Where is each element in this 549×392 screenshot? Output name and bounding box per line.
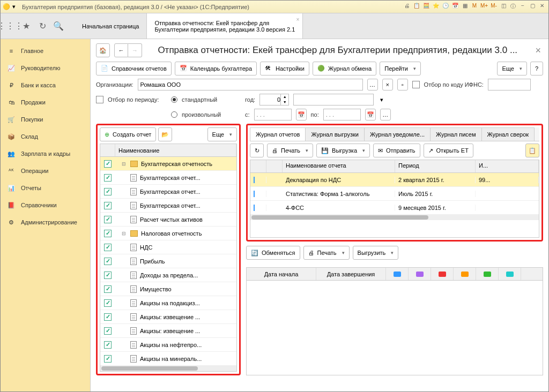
date-from-input[interactable] — [254, 109, 292, 120]
org-extra-button[interactable]: ▫ — [397, 79, 408, 91]
calc-icon[interactable]: 🧮 — [422, 3, 431, 11]
year-input[interactable] — [259, 94, 281, 105]
year-spinner[interactable]: ▲▼ — [259, 94, 289, 105]
checkbox-icon[interactable]: ✓ — [104, 244, 112, 251]
ifns-checkbox[interactable] — [412, 81, 420, 88]
tree-row[interactable]: ✓ ⊟ Налоговая отчетность — [100, 227, 236, 240]
checkbox-icon[interactable]: ✓ — [104, 174, 112, 182]
sidebar-item-bank[interactable]: ₽Банк и касса — [1, 77, 90, 94]
tree-row[interactable]: ✓ Бухгалтерская отчет... — [100, 185, 236, 199]
checkbox-icon[interactable]: ✓ — [104, 230, 112, 237]
close-icon[interactable]: ✕ — [538, 3, 546, 11]
cal-icon[interactable]: 📅 — [451, 3, 459, 11]
m-plus-icon[interactable]: M+ — [480, 3, 488, 11]
date-to-input[interactable] — [323, 109, 361, 120]
reports-grid[interactable]: Наименование отчета Период И... Декларац… — [250, 160, 539, 238]
period-combo[interactable] — [293, 94, 374, 105]
sidebar-item-reports[interactable]: 📊Отчеты — [1, 179, 90, 197]
mode-custom-radio[interactable] — [171, 111, 177, 118]
search-icon[interactable]: 🔍 — [53, 21, 64, 32]
favorite-icon[interactable]: ★ — [21, 21, 32, 32]
grid-row[interactable]: Статистика: Форма 1-алкоголь Июль 2015 г… — [250, 187, 539, 201]
print-button[interactable]: 🖨Печать — [267, 144, 313, 157]
sidebar-item-main[interactable]: ≡Главное — [1, 42, 90, 59]
tree-row[interactable]: ✓ Акцизы: извещение ... — [100, 310, 236, 324]
tool-icon[interactable]: 📋 — [412, 3, 421, 11]
tree-row[interactable]: ✓ Акцизы на подакциз... — [100, 296, 236, 310]
minimize-icon[interactable]: − — [518, 3, 527, 11]
star-icon[interactable]: ⭐ — [432, 3, 440, 11]
checkbox-icon[interactable]: ✓ — [104, 313, 112, 321]
right-tab[interactable]: Журнал выгрузки — [305, 127, 364, 141]
sidebar-item-manager[interactable]: 📈Руководителю — [1, 59, 90, 77]
home-button[interactable]: 🏠 — [96, 43, 110, 57]
m-minus-icon[interactable]: M- — [489, 3, 498, 11]
sidebar-item-purchases[interactable]: 🛒Покупки — [1, 111, 90, 128]
date-to-pick[interactable]: 📅 — [365, 109, 376, 120]
settings-button[interactable]: 🛠Настройки — [260, 62, 309, 76]
tab-current[interactable]: Отправка отчетности: Екей трансфер для Б… — [147, 13, 303, 39]
right-tab[interactable]: Журнал уведомле... — [364, 127, 431, 141]
checkbox-icon[interactable]: ✓ — [104, 216, 112, 223]
ifns-input[interactable] — [488, 79, 531, 91]
sidebar-item-salary[interactable]: 👥Зарплата и кадры — [1, 145, 90, 162]
date-from-pick[interactable]: 📅 — [296, 109, 307, 120]
help-button[interactable]: ? — [530, 62, 543, 76]
org-input[interactable] — [138, 79, 363, 91]
right-tab[interactable]: Журнал сверок — [481, 127, 535, 141]
tree-row[interactable]: ✓ Акцизы на минераль... — [100, 352, 236, 366]
tree-row[interactable]: ✓ Бухгалтерская отчет... — [100, 199, 236, 213]
export-button[interactable]: 💾Выгрузка — [316, 144, 370, 157]
org-clear-button[interactable]: × — [382, 79, 393, 91]
send-button[interactable]: ✉Отправить — [373, 144, 420, 157]
open-et-button[interactable]: ↗Открыть ЕТ — [424, 144, 473, 157]
grid-icon[interactable]: ▦ — [461, 3, 469, 11]
sidebar-item-refs[interactable]: 📕Справочники — [1, 197, 90, 214]
tree-row[interactable]: ✓ Расчет чистых активов — [100, 213, 236, 227]
exchange-log-button[interactable]: 🟢Журнал обмена — [313, 62, 376, 76]
maximize-icon[interactable]: ▢ — [528, 3, 537, 11]
refresh-button[interactable]: ↻ — [250, 144, 264, 157]
checkbox-icon[interactable]: ✓ — [104, 202, 112, 209]
dropdown-icon[interactable]: ▾ — [12, 3, 20, 11]
checkbox-icon[interactable]: ✓ — [104, 299, 112, 307]
checkbox-icon[interactable]: ✓ — [104, 160, 112, 168]
date-extra-button[interactable]: … — [380, 109, 391, 120]
page-close-icon[interactable]: × — [533, 45, 543, 56]
right-tab[interactable]: Журнал писем — [430, 127, 481, 141]
print-icon[interactable]: 🖨 — [403, 3, 411, 11]
back-button[interactable]: ← — [114, 43, 128, 57]
forward-button[interactable]: → — [128, 43, 142, 57]
expander-icon[interactable]: ⊟ — [121, 161, 127, 167]
tree-row[interactable]: ✓ Доходы за предела... — [100, 268, 236, 282]
checkbox-icon[interactable]: ✓ — [104, 272, 112, 279]
reports-ref-button[interactable]: 📄Справочник отчетов — [96, 62, 172, 76]
tab-close-icon[interactable]: × — [296, 17, 299, 22]
tree-row[interactable]: ✓ Акцизы на нефтепро... — [100, 338, 236, 352]
checkbox-icon[interactable]: ✓ — [104, 285, 112, 293]
mode-std-radio[interactable] — [171, 96, 177, 103]
grid-row[interactable]: 4-ФСС 9 месяцев 2015 г. — [250, 201, 539, 215]
goto-button[interactable]: Перейти — [380, 62, 421, 76]
right-tab[interactable]: Журнал отчетов — [250, 127, 306, 141]
more-button[interactable]: Еще — [497, 62, 526, 76]
grid-row[interactable]: Декларация по НДС 2 квартал 2015 г. 99..… — [250, 173, 539, 187]
report-tree[interactable]: Наименование ✓ ⊟ Бухгалтерская отчетност… — [100, 144, 237, 372]
tree-row[interactable]: ✓ Прибыль — [100, 254, 236, 268]
sidebar-item-ops[interactable]: ᴬᴷОперации — [1, 162, 90, 179]
tab-home[interactable]: Начальная страница — [75, 13, 147, 39]
expander-icon[interactable]: ⊟ — [121, 231, 127, 236]
lower-grid[interactable]: Дата начала Дата завершения — [246, 267, 543, 375]
period-checkbox[interactable] — [96, 96, 103, 103]
tree-row[interactable]: ✓ Акцизы: извещение ... — [100, 324, 236, 338]
checkbox-icon[interactable]: ✓ — [104, 258, 112, 265]
checkbox-icon[interactable]: ✓ — [104, 341, 112, 349]
sidebar-item-warehouse[interactable]: 📦Склад — [1, 128, 90, 145]
left-more-button[interactable]: Еще — [207, 127, 237, 141]
m-icon[interactable]: M — [470, 3, 479, 11]
info-icon[interactable]: ⓘ — [509, 3, 517, 11]
checkbox-icon[interactable]: ✓ — [104, 355, 112, 363]
tree-row[interactable]: ✓ Имущество — [100, 282, 236, 296]
left-tool-icon[interactable]: 📂 — [158, 127, 172, 141]
lower-export-button[interactable]: Выгрузить — [353, 246, 399, 260]
